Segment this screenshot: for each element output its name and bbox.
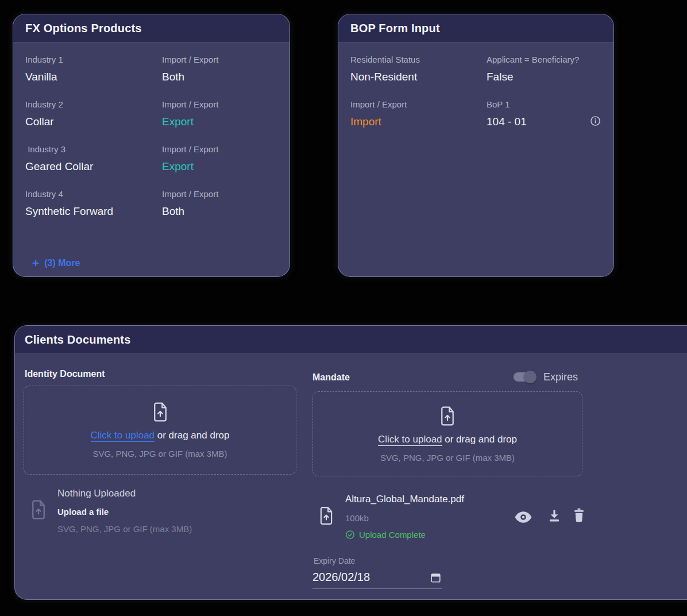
field-label: BoP 1 — [487, 99, 602, 110]
field-label: Applicant = Beneficiary? — [487, 54, 602, 66]
field-value: Both — [162, 68, 278, 86]
bop-field-import-export: Import / Export Import — [350, 99, 487, 130]
fx-card-header: FX Options Products — [13, 14, 290, 43]
eye-icon — [514, 510, 529, 525]
fx-field-import-export-3: Import / Export Export — [162, 144, 278, 175]
field-value: Collar — [25, 113, 162, 130]
calendar-icon[interactable] — [430, 572, 441, 583]
click-to-upload-link[interactable]: Click to upload — [91, 430, 155, 442]
fx-field-import-export-2: Import / Export Export — [162, 99, 278, 130]
drag-drop-text: or drag and drop — [442, 434, 517, 445]
field-value-export: Export — [162, 158, 278, 175]
identity-upload-dropzone[interactable]: Click to upload or drag and drop SVG, PN… — [24, 386, 296, 475]
download-icon — [547, 509, 562, 523]
mandate-upload-dropzone[interactable]: Click to upload or drag and drop SVG, PN… — [312, 391, 582, 476]
plus-icon: + — [32, 257, 39, 269]
field-value: Geared Collar — [25, 158, 162, 175]
fx-field-industry-3: Industry 3 Geared Collar — [25, 144, 162, 175]
file-upload-icon — [438, 406, 457, 426]
fx-options-products-card: FX Options Products Industry 1 Vanilla I… — [13, 14, 290, 277]
field-value: Synthetic Forward — [25, 203, 162, 220]
field-label: Industry 1 — [25, 54, 162, 66]
view-file-button[interactable] — [514, 510, 529, 525]
clients-documents-card: Clients Documents Identity Document Clic… — [14, 325, 687, 600]
fx-field-import-export-4: Import / Export Both — [162, 188, 278, 220]
info-icon[interactable] — [590, 116, 601, 126]
field-value: Vanilla — [25, 68, 162, 86]
upload-file-hint: SVG, PNG, JPG or GIF (max 3MB) — [57, 524, 192, 534]
uploaded-file-name: Altura_Global_Mandate.pdf — [345, 494, 464, 505]
uploaded-file-size: 100kb — [345, 513, 369, 523]
upload-status: Upload Complete — [345, 530, 426, 540]
download-file-button[interactable] — [547, 509, 562, 523]
check-circle-icon — [345, 530, 355, 540]
fx-card-body: Industry 1 Vanilla Import / Export Both … — [13, 43, 290, 233]
show-more-label: (3) More — [44, 258, 80, 268]
field-value: Non-Resident — [350, 68, 487, 86]
bop-field-applicant-beneficiary: Applicant = Beneficiary? False — [487, 54, 602, 86]
field-label: Industry 2 — [25, 99, 162, 110]
drag-drop-text: or drag and drop — [155, 430, 229, 441]
fx-field-industry-1: Industry 1 Vanilla — [25, 54, 162, 86]
expiry-date-input[interactable]: 2026/02/18 — [312, 571, 370, 584]
bop-form-input-card: BOP Form Input Residential Status Non-Re… — [338, 14, 614, 277]
bop-card-title: BOP Form Input — [350, 22, 440, 35]
field-value: False — [487, 68, 602, 86]
bop-card-body: Residential Status Non-Resident Applican… — [338, 43, 613, 144]
bop-card-header: BOP Form Input — [338, 14, 613, 43]
upload-a-file-label[interactable]: Upload a file — [57, 507, 109, 517]
trash-icon — [572, 507, 586, 523]
page-background: FX Options Products Industry 1 Vanilla I… — [0, 0, 687, 616]
expires-toggle[interactable] — [514, 372, 535, 382]
bop-field-residential-status: Residential Status Non-Resident — [350, 54, 487, 86]
upload-hint: SVG, PNG, JPG or GIF (max 3MB) — [380, 453, 515, 463]
bop-field-bop-1: BoP 1 104 - 01 — [487, 99, 602, 130]
mandate-label: Mandate — [312, 372, 350, 383]
expires-toggle-label: Expires — [543, 371, 578, 383]
show-more-button[interactable]: + (3) More — [32, 257, 80, 269]
nothing-uploaded-title: Nothing Uploaded — [57, 488, 136, 499]
expiry-input-underline — [312, 588, 442, 589]
field-label: Import / Export — [162, 54, 278, 66]
delete-file-button[interactable] — [572, 507, 586, 522]
uploaded-file-icon — [318, 505, 335, 526]
fx-field-industry-4: Industry 4 Synthetic Forward — [25, 188, 162, 220]
field-value: 104 - 01 — [487, 113, 602, 130]
field-label: Import / Export — [350, 99, 487, 110]
identity-document-label: Identity Document — [25, 369, 105, 379]
upload-instruction: Click to upload or drag and drop — [378, 434, 517, 445]
field-value-export: Export — [162, 113, 278, 130]
field-label: Industry 3 — [25, 144, 162, 155]
expiry-date-label: Expiry Date — [314, 556, 355, 565]
field-label: Industry 4 — [25, 188, 162, 200]
documents-card-header: Clients Documents — [15, 326, 687, 354]
toggle-thumb — [524, 371, 537, 383]
upload-instruction: Click to upload or drag and drop — [91, 430, 230, 441]
field-value-import: Import — [350, 113, 487, 130]
field-value: Both — [162, 203, 278, 220]
field-label: Residential Status — [350, 54, 487, 66]
field-label: Import / Export — [162, 99, 278, 110]
file-upload-icon — [151, 402, 169, 422]
upload-hint: SVG, PNG, JPG or GIF (max 3MB) — [92, 449, 227, 459]
upload-status-text: Upload Complete — [359, 530, 426, 540]
fx-field-industry-2: Industry 2 Collar — [25, 99, 162, 130]
fx-field-import-export-1: Import / Export Both — [162, 54, 278, 86]
click-to-upload-link[interactable]: Click to upload — [378, 434, 442, 446]
field-label: Import / Export — [162, 188, 278, 200]
field-label: Import / Export — [162, 144, 278, 155]
documents-card-title: Clients Documents — [25, 333, 131, 346]
fx-card-title: FX Options Products — [25, 22, 142, 35]
file-upload-icon-faded — [29, 498, 48, 521]
